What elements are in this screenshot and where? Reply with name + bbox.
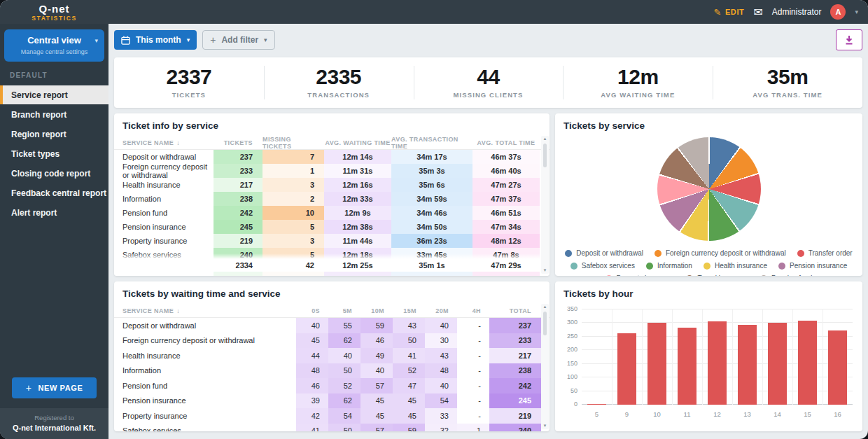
bucket-count-cell: 50 <box>328 363 360 379</box>
bucket-count-cell: 48 <box>296 363 328 379</box>
column-header: 10M <box>360 307 393 314</box>
date-range-button[interactable]: This month ▾ <box>114 30 197 50</box>
user-menu-chevron-down-icon[interactable]: ▾ <box>855 8 858 15</box>
legend-item[interactable]: Property insurance <box>606 274 676 276</box>
scroll-up-icon[interactable]: ▲ <box>543 136 547 142</box>
edit-button[interactable]: ✎ EDIT <box>713 7 744 18</box>
bucket-count-cell: 46 <box>296 378 328 393</box>
avg-transaction-time-cell: 34m 59s <box>391 192 472 206</box>
tickets-cell: 245 <box>214 220 262 234</box>
y-tick-label: 150 <box>567 360 578 367</box>
column-header-label: AVG. TRANSACTION TIME <box>391 136 472 150</box>
sidebar-item-region-report[interactable]: Region report <box>0 125 108 144</box>
legend-item[interactable]: Health insurance <box>704 262 767 270</box>
period-label: This month <box>136 35 181 45</box>
sidebar-item-alert-report[interactable]: Alert report <box>0 203 108 222</box>
table-summary-overlay: 23344212m 25s35m 1s47m 29sTransfer order… <box>114 253 550 276</box>
card-title: Ticket info by service <box>114 113 550 136</box>
kpi-tickets: 2337TICKETS <box>114 57 264 108</box>
tickets-by-hour-card: Tickets by hour 050100150200250300350591… <box>555 281 862 431</box>
sidebar-item-branch-report[interactable]: Branch report <box>0 105 108 124</box>
plus-icon: + <box>210 34 216 46</box>
bar-hour-10 <box>648 323 667 405</box>
kpi-transactions: 2335TRANSACTIONS <box>264 57 414 108</box>
total-cell: 237 <box>489 318 541 333</box>
bucket-count-cell: 45 <box>296 333 328 349</box>
sidebar-item-ticket-types[interactable]: Ticket types <box>0 144 108 163</box>
service-name-cell: Information <box>114 192 214 206</box>
central-view-selector[interactable]: Central view ▾ Manage central settings <box>4 29 104 62</box>
legend-item[interactable]: Pension fund <box>760 274 812 276</box>
legend-color-dot <box>760 275 767 277</box>
y-tick-label: 350 <box>567 305 578 312</box>
column-header-label: 15M <box>403 307 416 314</box>
calendar-icon <box>121 36 130 45</box>
vertical-scrollbar[interactable]: ▲ ▼ <box>541 136 549 274</box>
column-header-label: AVG. WAITING TIME <box>325 139 390 146</box>
avatar[interactable]: A <box>830 4 846 20</box>
gridline-vertical <box>792 309 793 405</box>
bucket-count-cell: 41 <box>296 424 328 432</box>
service-name-cell: Deposit or withdrawal <box>114 150 214 164</box>
scroll-up-icon[interactable]: ▲ <box>543 304 547 310</box>
avg-transaction-time-cell: 35m 6s <box>391 178 472 192</box>
service-name-cell: Pension insurance <box>114 393 296 409</box>
legend-color-dot <box>654 250 662 257</box>
column-header[interactable]: SERVICE NAME↓ <box>114 139 214 146</box>
mail-icon[interactable]: ✉ <box>753 6 762 19</box>
missing-tickets-cell: 5 <box>262 220 324 234</box>
legend-color-dot <box>797 250 804 257</box>
bucket-count-cell: 62 <box>328 333 360 349</box>
bucket-count-cell: - <box>457 318 489 333</box>
kpi-value: 12m <box>617 67 659 88</box>
gridline-vertical <box>612 309 612 405</box>
bucket-count-cell: 62 <box>328 393 360 409</box>
scrollbar-thumb[interactable] <box>543 312 547 335</box>
service-name-cell: Health insurance <box>114 348 296 363</box>
legend-item[interactable]: Transfer order <box>797 249 853 257</box>
new-page-button[interactable]: + NEW PAGE <box>12 377 97 398</box>
service-name-cell: Deposit or withdrawal <box>114 318 296 333</box>
sidebar-item-closing-code-report[interactable]: Closing code report <box>0 164 108 183</box>
legend-item[interactable]: Travel insurance <box>686 274 749 276</box>
summary-wait-cell: 12m 25s <box>324 259 391 272</box>
bar-chart: 0501001502002503003505910111213141516 <box>561 304 855 431</box>
add-filter-button[interactable]: + Add filter ▾ <box>202 30 274 50</box>
table-row: Pension insurance3962454554-245 <box>114 393 550 409</box>
scroll-down-icon[interactable]: ▼ <box>543 423 547 429</box>
scroll-down-icon[interactable]: ▼ <box>543 267 547 274</box>
column-header-label: TOTAL <box>510 307 531 314</box>
user-name[interactable]: Administrator <box>772 7 822 17</box>
column-header[interactable]: SERVICE NAME↓ <box>114 307 296 314</box>
bar-hour-13 <box>738 325 757 405</box>
legend-item[interactable]: Safebox services <box>570 262 635 270</box>
gridline-vertical <box>732 309 733 405</box>
kpi-label: TICKETS <box>172 91 206 99</box>
vertical-scrollbar[interactable]: ▲ ▼ <box>541 304 549 429</box>
y-tick-label: 50 <box>570 387 578 394</box>
summary-name-cell <box>114 259 214 272</box>
sidebar-item-service-report[interactable]: Service report <box>0 85 108 104</box>
avg-total-time-cell: 46m 51s <box>472 206 540 220</box>
column-header-label: MISSING TICKETS <box>262 136 314 150</box>
sidebar-item-label: Alert report <box>11 208 57 218</box>
column-header: 15M <box>393 307 425 314</box>
bucket-count-cell: - <box>457 363 489 379</box>
scrollbar-thumb[interactable] <box>543 144 547 167</box>
download-button[interactable] <box>836 29 862 50</box>
avg-transaction-time-cell: 34m 50s <box>391 220 472 234</box>
column-header-label: 4H <box>472 307 481 314</box>
legend-item[interactable]: Deposit or withdrawal <box>565 249 643 257</box>
bucket-count-cell: 43 <box>425 348 457 363</box>
sidebar-item-feedback-central-report[interactable]: Feedback central report <box>0 183 108 202</box>
legend-item[interactable]: Pension insurance <box>778 262 847 270</box>
legend-item[interactable]: Foreign currency deposit or withdrawal <box>654 249 786 257</box>
kpi-avg-trans-time: 35mAVG TRANS. TIME <box>713 57 862 108</box>
column-header-label: 0S <box>312 307 320 314</box>
chevron-down-icon: ▾ <box>187 36 190 43</box>
legend-item[interactable]: Information <box>646 262 692 270</box>
avg-waiting-time-cell: 12m 16s <box>324 178 391 192</box>
sidebar-footer: Registered to Q-net International Kft. <box>0 408 108 439</box>
sidebar: Central view ▾ Manage central settings D… <box>0 24 108 439</box>
total-cell: 233 <box>489 333 541 349</box>
